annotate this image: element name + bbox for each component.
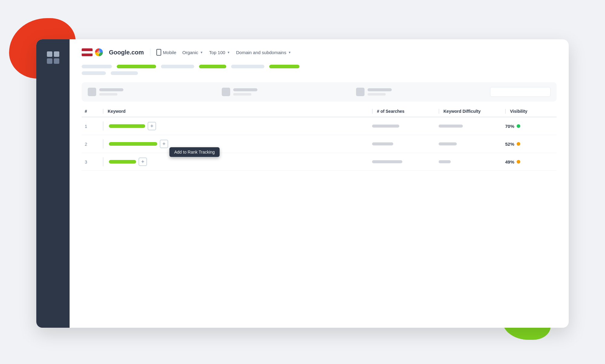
flag-stripe-2	[82, 51, 93, 54]
header-divider-1	[150, 49, 150, 56]
add-to-tracking-btn-3[interactable]: +	[139, 158, 147, 166]
keyword-cell-1: +	[103, 122, 372, 131]
stat-icon-2	[222, 88, 230, 96]
us-flag-icon	[82, 48, 93, 56]
stat-item-2	[222, 88, 350, 96]
skeleton-loading-section	[82, 65, 557, 75]
kw-bar-1	[109, 124, 145, 128]
difficulty-bar-3	[439, 160, 451, 163]
row-divider-3	[103, 157, 103, 166]
searches-cell-3	[372, 160, 439, 163]
skeleton-bar-8	[111, 71, 138, 75]
keyword-cell-3: +	[103, 157, 372, 166]
skeleton-bar-1	[82, 65, 112, 68]
flag-google-group: G	[82, 48, 103, 56]
searches-bar-3	[372, 160, 402, 163]
add-to-tracking-btn-1[interactable]: +	[148, 122, 156, 130]
stat-line-bot-1	[99, 93, 117, 96]
row-num-3: 3	[85, 159, 103, 164]
th-difficulty: Keyword Difficulty	[439, 109, 505, 114]
domain-selector[interactable]: Domain and subdomains ▼	[236, 50, 291, 55]
stat-lines-1	[99, 88, 123, 96]
th-keyword: Keyword	[103, 109, 372, 114]
organic-label: Organic	[182, 50, 198, 55]
top100-chevron-icon: ▼	[227, 51, 230, 54]
difficulty-cell-2	[439, 142, 505, 145]
th-searches: # of Searches	[372, 109, 439, 114]
row-divider-2	[103, 139, 103, 148]
domain-chevron-icon: ▼	[288, 51, 291, 54]
searches-bar-2	[372, 142, 393, 145]
difficulty-bar-1	[439, 125, 463, 128]
add-to-tracking-btn-2[interactable]: +	[160, 140, 168, 148]
visibility-cell-1: 70%	[505, 124, 554, 129]
stat-item-1	[88, 88, 216, 96]
stat-icon-3	[356, 88, 365, 96]
top100-selector[interactable]: Top 100 ▼	[209, 50, 230, 55]
visibility-cell-2: 52%	[505, 141, 554, 147]
row-num-2: 2	[85, 141, 103, 147]
kw-bar-3	[109, 160, 136, 164]
skeleton-bar-4	[199, 65, 226, 68]
skeleton-row-1	[82, 65, 557, 68]
vis-dot-2	[517, 142, 520, 146]
keyword-table: # Keyword # of Searches Keyword Difficul…	[82, 109, 557, 171]
difficulty-cell-3	[439, 160, 505, 163]
row-divider-1	[103, 122, 103, 131]
organic-chevron-icon: ▼	[200, 51, 203, 54]
flag-stripe-1	[82, 48, 93, 51]
mobile-selector[interactable]: Mobile	[156, 49, 176, 56]
stats-area	[82, 82, 557, 102]
stat-line-top-3	[368, 88, 392, 91]
skeleton-row-2	[82, 71, 557, 75]
stat-item-3	[356, 88, 484, 96]
organic-selector[interactable]: Organic ▼	[182, 50, 203, 55]
kw-bar-2	[109, 142, 157, 146]
th-divider-vis	[505, 109, 506, 114]
add-to-rank-tracking-tooltip: Add to Rank Tracking	[169, 147, 220, 157]
visibility-pct-1: 70%	[505, 124, 514, 129]
grid-cell-2	[54, 51, 59, 57]
stat-lines-2	[233, 88, 257, 96]
searches-cell-1	[372, 125, 439, 128]
table-header: # Keyword # of Searches Keyword Difficul…	[82, 109, 557, 117]
content-area: G Google.com Mobile Organic ▼ Top 100 ▼ …	[70, 39, 569, 328]
domain-label: Domain and subdomains	[236, 50, 286, 55]
site-name: Google.com	[109, 49, 144, 56]
skeleton-bar-6	[269, 65, 299, 68]
table-row-3: 3 + 49%	[82, 153, 557, 171]
th-divider-kw	[103, 109, 103, 114]
visibility-cell-3: 49%	[505, 159, 554, 164]
stat-line-bot-3	[368, 93, 386, 96]
search-box-placeholder[interactable]	[490, 87, 551, 97]
skeleton-bar-2	[117, 65, 156, 68]
stat-lines-3	[368, 88, 392, 96]
difficulty-cell-1	[439, 125, 505, 128]
grid-cell-1	[47, 51, 52, 57]
visibility-pct-3: 49%	[505, 159, 514, 164]
sidebar-logo-icon[interactable]	[44, 48, 62, 67]
table-row-1: 1 + 70%	[82, 117, 557, 135]
skeleton-bar-7	[82, 71, 106, 75]
sidebar	[36, 39, 70, 328]
stat-line-top-2	[233, 88, 257, 91]
skeleton-bar-3	[161, 65, 194, 68]
stat-icon-1	[88, 88, 96, 96]
grid-cell-3	[47, 58, 52, 64]
th-divider-searches	[372, 109, 373, 114]
row-num-1: 1	[85, 124, 103, 129]
table-row-2: 2 + Add to Rank Tracking 52%	[82, 135, 557, 153]
top100-label: Top 100	[209, 50, 225, 55]
flag-stripe-3	[82, 54, 93, 56]
stat-line-bot-2	[233, 93, 251, 96]
difficulty-bar-2	[439, 142, 457, 145]
vis-dot-3	[517, 160, 520, 164]
visibility-pct-2: 52%	[505, 141, 514, 147]
searches-bar-1	[372, 125, 399, 128]
mobile-device-icon	[156, 49, 161, 56]
th-number: #	[85, 109, 103, 114]
keyword-cell-2: + Add to Rank Tracking	[103, 139, 372, 148]
grid-cell-4	[54, 58, 59, 64]
skeleton-bar-5	[231, 65, 264, 68]
header-bar: G Google.com Mobile Organic ▼ Top 100 ▼ …	[82, 48, 557, 56]
